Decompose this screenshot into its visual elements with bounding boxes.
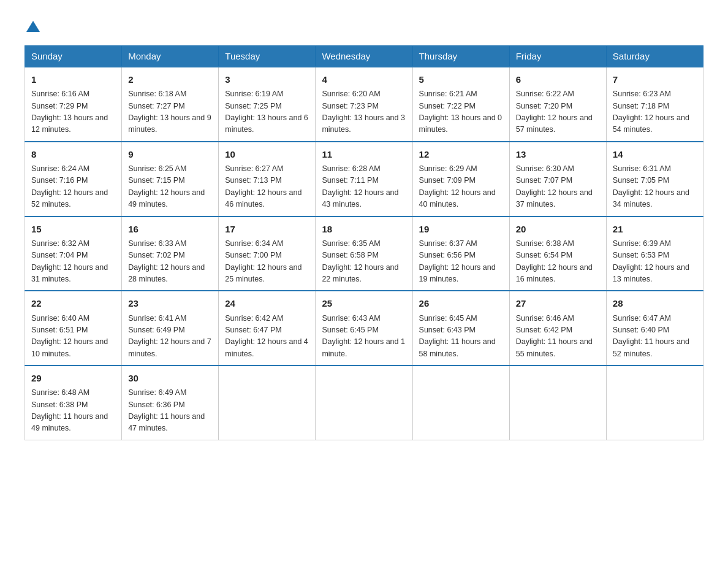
calendar-cell: 2Sunrise: 6:18 AMSunset: 7:27 PMDaylight… (122, 67, 219, 142)
day-sun-info: Sunrise: 6:46 AMSunset: 6:42 PMDaylight:… (516, 313, 600, 361)
calendar-cell: 16Sunrise: 6:33 AMSunset: 7:02 PMDayligh… (122, 216, 219, 291)
day-sun-info: Sunrise: 6:33 AMSunset: 7:02 PMDaylight:… (128, 238, 212, 286)
calendar-cell: 26Sunrise: 6:45 AMSunset: 6:43 PMDayligh… (412, 291, 509, 366)
calendar-table: SundayMondayTuesdayWednesdayThursdayFrid… (25, 45, 703, 440)
day-sun-info: Sunrise: 6:24 AMSunset: 7:16 PMDaylight:… (31, 163, 115, 211)
calendar-cell (316, 366, 412, 440)
day-sun-info: Sunrise: 6:22 AMSunset: 7:20 PMDaylight:… (516, 88, 600, 136)
calendar-cell: 8Sunrise: 6:24 AMSunset: 7:16 PMDaylight… (25, 142, 122, 216)
calendar-cell: 23Sunrise: 6:41 AMSunset: 6:49 PMDayligh… (122, 291, 219, 366)
day-sun-info: Sunrise: 6:39 AMSunset: 6:53 PMDaylight:… (613, 238, 697, 286)
calendar-cell: 13Sunrise: 6:30 AMSunset: 7:07 PMDayligh… (509, 142, 606, 216)
calendar-week-row: 8Sunrise: 6:24 AMSunset: 7:16 PMDaylight… (25, 142, 703, 216)
day-sun-info: Sunrise: 6:31 AMSunset: 7:05 PMDaylight:… (613, 163, 697, 211)
day-sun-info: Sunrise: 6:18 AMSunset: 7:27 PMDaylight:… (128, 88, 212, 136)
day-sun-info: Sunrise: 6:19 AMSunset: 7:25 PMDaylight:… (225, 88, 309, 136)
calendar-cell: 24Sunrise: 6:42 AMSunset: 6:47 PMDayligh… (219, 291, 316, 366)
day-sun-info: Sunrise: 6:47 AMSunset: 6:40 PMDaylight:… (613, 313, 697, 361)
day-sun-info: Sunrise: 6:48 AMSunset: 6:38 PMDaylight:… (31, 387, 115, 435)
day-number: 16 (128, 222, 212, 236)
day-number: 1 (31, 72, 115, 86)
day-number: 10 (225, 147, 309, 161)
day-number: 21 (613, 222, 697, 236)
day-number: 2 (128, 72, 212, 86)
day-number: 29 (31, 371, 115, 385)
logo-triangle-icon (26, 20, 40, 33)
day-sun-info: Sunrise: 6:45 AMSunset: 6:43 PMDaylight:… (419, 313, 503, 361)
calendar-cell: 19Sunrise: 6:37 AMSunset: 6:56 PMDayligh… (412, 216, 509, 291)
day-number: 3 (225, 72, 309, 86)
day-number: 23 (128, 296, 212, 310)
calendar-week-row: 22Sunrise: 6:40 AMSunset: 6:51 PMDayligh… (25, 291, 703, 366)
day-number: 11 (322, 147, 406, 161)
day-sun-info: Sunrise: 6:29 AMSunset: 7:09 PMDaylight:… (419, 163, 503, 211)
calendar-week-row: 29Sunrise: 6:48 AMSunset: 6:38 PMDayligh… (25, 366, 703, 440)
calendar-cell: 17Sunrise: 6:34 AMSunset: 7:00 PMDayligh… (219, 216, 316, 291)
day-sun-info: Sunrise: 6:35 AMSunset: 6:58 PMDaylight:… (322, 238, 406, 286)
calendar-cell: 14Sunrise: 6:31 AMSunset: 7:05 PMDayligh… (606, 142, 703, 216)
calendar-cell (606, 366, 703, 440)
day-sun-info: Sunrise: 6:38 AMSunset: 6:54 PMDaylight:… (516, 238, 600, 286)
day-number: 27 (516, 296, 600, 310)
calendar-cell: 9Sunrise: 6:25 AMSunset: 7:15 PMDaylight… (122, 142, 219, 216)
day-number: 24 (225, 296, 309, 310)
calendar-cell: 20Sunrise: 6:38 AMSunset: 6:54 PMDayligh… (509, 216, 606, 291)
calendar-cell: 28Sunrise: 6:47 AMSunset: 6:40 PMDayligh… (606, 291, 703, 366)
day-sun-info: Sunrise: 6:41 AMSunset: 6:49 PMDaylight:… (128, 313, 212, 361)
day-sun-info: Sunrise: 6:32 AMSunset: 7:04 PMDaylight:… (31, 238, 115, 286)
calendar-week-row: 1Sunrise: 6:16 AMSunset: 7:29 PMDaylight… (25, 67, 703, 142)
calendar-cell: 5Sunrise: 6:21 AMSunset: 7:22 PMDaylight… (412, 67, 509, 142)
day-sun-info: Sunrise: 6:43 AMSunset: 6:45 PMDaylight:… (322, 313, 406, 361)
calendar-cell (412, 366, 509, 440)
calendar-cell: 1Sunrise: 6:16 AMSunset: 7:29 PMDaylight… (25, 67, 122, 142)
calendar-cell: 7Sunrise: 6:23 AMSunset: 7:18 PMDaylight… (606, 67, 703, 142)
day-number: 28 (613, 296, 697, 310)
calendar-header-row: SundayMondayTuesdayWednesdayThursdayFrid… (25, 46, 703, 67)
calendar-cell: 25Sunrise: 6:43 AMSunset: 6:45 PMDayligh… (316, 291, 412, 366)
day-number: 19 (419, 222, 503, 236)
day-number: 17 (225, 222, 309, 236)
day-sun-info: Sunrise: 6:30 AMSunset: 7:07 PMDaylight:… (516, 163, 600, 211)
weekday-header-tuesday: Tuesday (219, 46, 316, 67)
day-number: 15 (31, 222, 115, 236)
day-number: 13 (516, 147, 600, 161)
svg-marker-0 (26, 21, 40, 32)
page-header (25, 18, 703, 33)
weekday-header-wednesday: Wednesday (316, 46, 412, 67)
calendar-cell: 6Sunrise: 6:22 AMSunset: 7:20 PMDaylight… (509, 67, 606, 142)
calendar-cell: 30Sunrise: 6:49 AMSunset: 6:36 PMDayligh… (122, 366, 219, 440)
calendar-week-row: 15Sunrise: 6:32 AMSunset: 7:04 PMDayligh… (25, 216, 703, 291)
day-number: 5 (419, 72, 503, 86)
calendar-cell: 18Sunrise: 6:35 AMSunset: 6:58 PMDayligh… (316, 216, 412, 291)
calendar-cell: 22Sunrise: 6:40 AMSunset: 6:51 PMDayligh… (25, 291, 122, 366)
day-number: 6 (516, 72, 600, 86)
calendar-cell: 27Sunrise: 6:46 AMSunset: 6:42 PMDayligh… (509, 291, 606, 366)
day-sun-info: Sunrise: 6:37 AMSunset: 6:56 PMDaylight:… (419, 238, 503, 286)
day-sun-info: Sunrise: 6:42 AMSunset: 6:47 PMDaylight:… (225, 313, 309, 361)
weekday-header-thursday: Thursday (412, 46, 509, 67)
day-number: 12 (419, 147, 503, 161)
calendar-cell: 12Sunrise: 6:29 AMSunset: 7:09 PMDayligh… (412, 142, 509, 216)
day-number: 26 (419, 296, 503, 310)
day-sun-info: Sunrise: 6:16 AMSunset: 7:29 PMDaylight:… (31, 88, 115, 136)
calendar-cell: 3Sunrise: 6:19 AMSunset: 7:25 PMDaylight… (219, 67, 316, 142)
weekday-header-friday: Friday (509, 46, 606, 67)
calendar-cell: 11Sunrise: 6:28 AMSunset: 7:11 PMDayligh… (316, 142, 412, 216)
day-sun-info: Sunrise: 6:49 AMSunset: 6:36 PMDaylight:… (128, 387, 212, 435)
calendar-cell (219, 366, 316, 440)
day-number: 30 (128, 371, 212, 385)
calendar-cell: 4Sunrise: 6:20 AMSunset: 7:23 PMDaylight… (316, 67, 412, 142)
day-sun-info: Sunrise: 6:21 AMSunset: 7:22 PMDaylight:… (419, 88, 503, 136)
day-sun-info: Sunrise: 6:25 AMSunset: 7:15 PMDaylight:… (128, 163, 212, 211)
weekday-header-saturday: Saturday (606, 46, 703, 67)
day-sun-info: Sunrise: 6:23 AMSunset: 7:18 PMDaylight:… (613, 88, 697, 136)
day-number: 4 (322, 72, 406, 86)
day-number: 20 (516, 222, 600, 236)
calendar-cell: 29Sunrise: 6:48 AMSunset: 6:38 PMDayligh… (25, 366, 122, 440)
calendar-cell (509, 366, 606, 440)
day-number: 18 (322, 222, 406, 236)
day-sun-info: Sunrise: 6:20 AMSunset: 7:23 PMDaylight:… (322, 88, 406, 136)
day-sun-info: Sunrise: 6:28 AMSunset: 7:11 PMDaylight:… (322, 163, 406, 211)
day-number: 22 (31, 296, 115, 310)
calendar-cell: 10Sunrise: 6:27 AMSunset: 7:13 PMDayligh… (219, 142, 316, 216)
